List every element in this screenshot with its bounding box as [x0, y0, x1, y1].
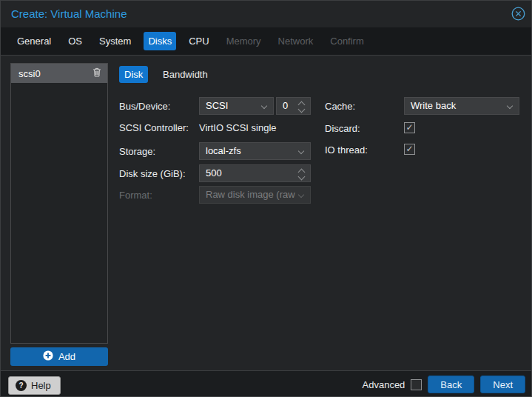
bus-device-label: Bus/Device: [119, 101, 170, 112]
disk-size-label: Disk size (GiB): [119, 168, 186, 179]
tab-disk[interactable]: Disk [119, 66, 148, 83]
tab-general[interactable]: General [13, 32, 55, 50]
dialog-titlebar: Create: Virtual Machine [1, 1, 531, 27]
add-disk-button[interactable]: Add [10, 347, 108, 366]
help-button-label: Help [31, 380, 51, 391]
storage-select[interactable]: local-zfs [199, 142, 311, 160]
spinner-down-icon[interactable] [298, 173, 306, 181]
scsi-controller-value: VirtIO SCSI single [199, 122, 277, 133]
bus-number-spinner[interactable]: 0 [276, 97, 311, 115]
help-button[interactable]: ? Help [8, 376, 61, 395]
tab-os[interactable]: OS [64, 32, 87, 50]
dialog-title: Create: Virtual Machine [11, 7, 127, 20]
format-select-value: Raw disk image (raw [206, 189, 295, 200]
disks-panel: scsi0 Add Disk Bandwidth Bus/Device: [1, 56, 531, 370]
question-circle-icon: ? [16, 380, 27, 391]
format-select: Raw disk image (raw [199, 186, 311, 204]
advanced-label: Advanced [363, 379, 405, 390]
scsi-controller-label: SCSI Controller: [119, 122, 189, 133]
bus-number-value: 0 [283, 100, 288, 111]
io-thread-label: IO thread: [325, 144, 368, 156]
wizard-tab-bar: General OS System Disks CPU Memory Netwo… [1, 27, 531, 56]
chevron-down-icon [261, 103, 267, 109]
disk-size-value: 500 [206, 167, 222, 179]
tab-confirm: Confirm [326, 32, 368, 50]
add-button-label: Add [58, 351, 75, 362]
dialog-footer: ? Help Advanced Back Next [1, 370, 531, 397]
cache-select-value: Write back [411, 100, 456, 111]
disk-list-item-scsi0[interactable]: scsi0 [11, 64, 107, 83]
disk-item-label: scsi0 [18, 68, 92, 79]
trash-icon[interactable] [92, 67, 101, 79]
tab-memory: Memory [222, 32, 266, 50]
discard-label: Discard: [325, 123, 360, 134]
tab-system[interactable]: System [95, 32, 135, 50]
tab-cpu[interactable]: CPU [184, 32, 213, 50]
footer-actions: Advanced Back Next [363, 376, 525, 393]
format-label: Format: [119, 190, 152, 201]
discard-checkbox[interactable]: ✓ [404, 122, 415, 133]
back-button[interactable]: Back [428, 376, 474, 393]
cache-select[interactable]: Write back [404, 97, 519, 115]
create-vm-dialog: Create: Virtual Machine General OS Syste… [0, 0, 532, 397]
chevron-down-icon [298, 148, 304, 154]
tab-network: Network [274, 32, 318, 50]
close-icon[interactable] [511, 7, 525, 21]
storage-label: Storage: [119, 146, 155, 157]
tab-disks[interactable]: Disks [144, 32, 176, 50]
cache-label: Cache: [325, 101, 355, 112]
chevron-down-icon [298, 192, 304, 198]
bus-select[interactable]: SCSI [199, 97, 274, 115]
spinner-down-icon[interactable] [298, 106, 306, 113]
plus-circle-icon [43, 350, 53, 363]
storage-select-value: local-zfs [206, 145, 241, 156]
disk-size-spinner[interactable]: 500 [199, 164, 311, 182]
tab-bandwidth[interactable]: Bandwidth [158, 66, 213, 83]
io-thread-checkbox[interactable]: ✓ [404, 144, 415, 155]
chevron-down-icon [507, 103, 513, 109]
disk-list: scsi0 [10, 63, 108, 344]
advanced-checkbox[interactable] [411, 379, 422, 390]
next-button[interactable]: Next [480, 376, 525, 393]
bus-select-value: SCSI [206, 100, 228, 111]
